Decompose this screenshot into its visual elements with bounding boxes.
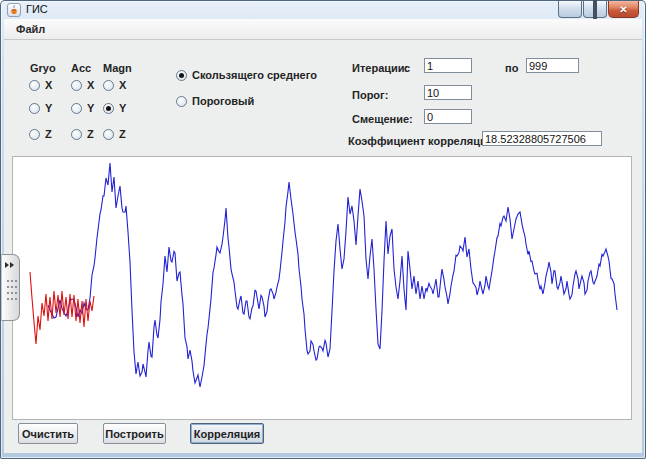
radio-magn-x[interactable]: X [103,79,126,91]
minimize-button[interactable] [558,1,582,18]
radio-magn-z[interactable]: Z [103,128,126,140]
radio-acc-z[interactable]: Z [71,128,94,140]
radio-gryo-z[interactable]: Z [29,128,52,140]
radio-icon [103,129,114,140]
radio-magn-y[interactable]: Y [103,102,126,114]
window-title: ГИС [26,3,48,15]
expander-handle[interactable] [1,254,20,321]
threshold-label: Порог: [352,89,388,101]
iterations-to-input[interactable] [526,58,579,73]
clear-button[interactable]: Очистить [18,423,78,444]
radio-icon [103,103,114,114]
iterations-to-label: по [505,62,518,74]
grip-dots-icon [6,278,17,301]
signal-chart [13,157,631,419]
radio-threshold[interactable]: Пороговый [176,95,254,107]
menu-item-file[interactable]: Файл [11,19,50,39]
build-button[interactable]: Построить [103,423,166,444]
radio-icon [71,80,82,91]
iterations-from-label: с [404,62,410,74]
offset-input[interactable] [424,109,472,124]
radio-gryo-y[interactable]: Y [29,102,52,114]
group-label-gryo: Gryo [30,62,56,74]
app-window: ГИС ✕ Файл Gryo Acc Magn X Y Z X Y [0,0,646,459]
radio-gryo-x[interactable]: X [29,79,52,91]
radio-acc-y[interactable]: Y [71,102,94,114]
radio-icon [29,129,40,140]
radio-icon [176,70,187,81]
radio-acc-x[interactable]: X [71,79,94,91]
iterations-from-input[interactable] [424,58,472,73]
java-app-icon [7,3,21,17]
correlation-label: Коэффициент корреляции [348,135,493,147]
offset-label: Смещение: [352,113,413,125]
radio-icon [103,80,114,91]
maximize-icon [593,0,597,19]
menu-bar: Файл [4,19,642,40]
radio-icon [71,129,82,140]
close-button[interactable]: ✕ [608,1,639,18]
group-label-acc: Acc [71,62,91,74]
correlation-button[interactable]: Корреляция [190,423,264,444]
correlation-input[interactable] [482,131,602,146]
title-bar: ГИС ✕ [0,0,646,19]
group-label-magn: Magn [103,62,132,74]
close-icon: ✕ [609,2,638,17]
threshold-input[interactable] [424,85,472,100]
radio-icon [176,96,187,107]
double-chevron-right-icon [5,262,14,268]
radio-icon [29,80,40,91]
radio-icon [29,103,40,114]
chart-panel [12,156,632,420]
radio-moving-average[interactable]: Скользящего среднего [176,69,317,81]
iterations-label: Итерации: [352,62,408,74]
radio-icon [71,103,82,114]
maximize-button[interactable] [583,1,607,18]
